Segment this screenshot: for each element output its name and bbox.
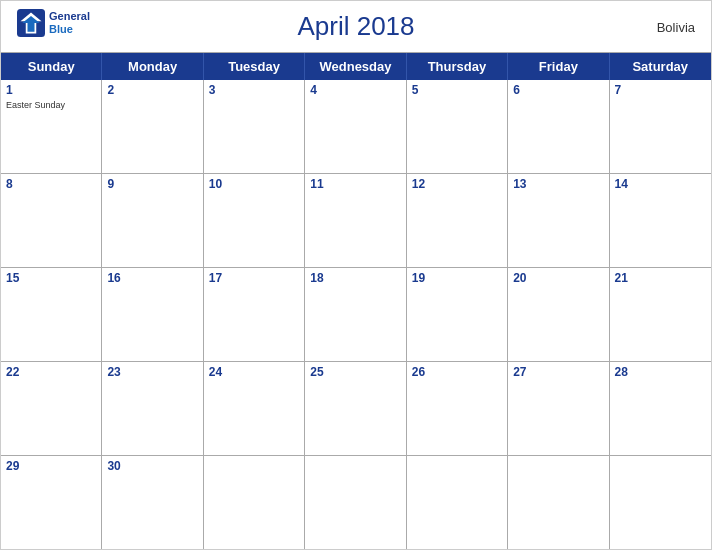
day-cell-empty-5 <box>610 456 711 549</box>
week-row-4: 22 23 24 25 26 27 28 <box>1 362 711 456</box>
calendar-container: General Blue April 2018 Bolivia Sunday M… <box>0 0 712 550</box>
day-cell-26: 26 <box>407 362 508 455</box>
weeks-container: 1 Easter Sunday 2 3 4 5 6 <box>1 80 711 549</box>
logo-blue: Blue <box>49 23 90 36</box>
day-cell-1: 1 Easter Sunday <box>1 80 102 173</box>
country-label: Bolivia <box>657 19 695 34</box>
day-cell-11: 11 <box>305 174 406 267</box>
day-cell-7: 7 <box>610 80 711 173</box>
day-cell-30: 30 <box>102 456 203 549</box>
day-cell-15: 15 <box>1 268 102 361</box>
header-friday: Friday <box>508 53 609 80</box>
day-cell-3: 3 <box>204 80 305 173</box>
day-cell-19: 19 <box>407 268 508 361</box>
calendar-header: General Blue April 2018 Bolivia <box>1 1 711 52</box>
day-cell-20: 20 <box>508 268 609 361</box>
day-cell-17: 17 <box>204 268 305 361</box>
week-row-3: 15 16 17 18 19 20 21 <box>1 268 711 362</box>
day-cell-25: 25 <box>305 362 406 455</box>
header-monday: Monday <box>102 53 203 80</box>
week-row-2: 8 9 10 11 12 13 14 <box>1 174 711 268</box>
day-cell-2: 2 <box>102 80 203 173</box>
day-cell-28: 28 <box>610 362 711 455</box>
day-cell-27: 27 <box>508 362 609 455</box>
day-cell-23: 23 <box>102 362 203 455</box>
day-cell-9: 9 <box>102 174 203 267</box>
day-cell-empty-3 <box>407 456 508 549</box>
day-cell-empty-4 <box>508 456 609 549</box>
day-cell-8: 8 <box>1 174 102 267</box>
week-row-5: 29 30 <box>1 456 711 549</box>
day-cell-empty-1 <box>204 456 305 549</box>
header-wednesday: Wednesday <box>305 53 406 80</box>
logo-general: General <box>49 10 90 23</box>
day-cell-22: 22 <box>1 362 102 455</box>
week-row-1: 1 Easter Sunday 2 3 4 5 6 <box>1 80 711 174</box>
day-cell-21: 21 <box>610 268 711 361</box>
day-cell-13: 13 <box>508 174 609 267</box>
day-cell-10: 10 <box>204 174 305 267</box>
day-cell-14: 14 <box>610 174 711 267</box>
header-thursday: Thursday <box>407 53 508 80</box>
header-saturday: Saturday <box>610 53 711 80</box>
day-cell-16: 16 <box>102 268 203 361</box>
calendar-title: April 2018 <box>297 11 414 42</box>
calendar-table: Sunday Monday Tuesday Wednesday Thursday… <box>1 52 711 549</box>
day-cell-5: 5 <box>407 80 508 173</box>
logo-icon <box>17 9 45 37</box>
header-sunday: Sunday <box>1 53 102 80</box>
header-tuesday: Tuesday <box>204 53 305 80</box>
day-cell-empty-2 <box>305 456 406 549</box>
day-cell-24: 24 <box>204 362 305 455</box>
day-cell-12: 12 <box>407 174 508 267</box>
logo: General Blue <box>17 9 90 37</box>
day-cell-18: 18 <box>305 268 406 361</box>
day-cell-29: 29 <box>1 456 102 549</box>
day-headers-row: Sunday Monday Tuesday Wednesday Thursday… <box>1 53 711 80</box>
day-cell-6: 6 <box>508 80 609 173</box>
day-cell-4: 4 <box>305 80 406 173</box>
